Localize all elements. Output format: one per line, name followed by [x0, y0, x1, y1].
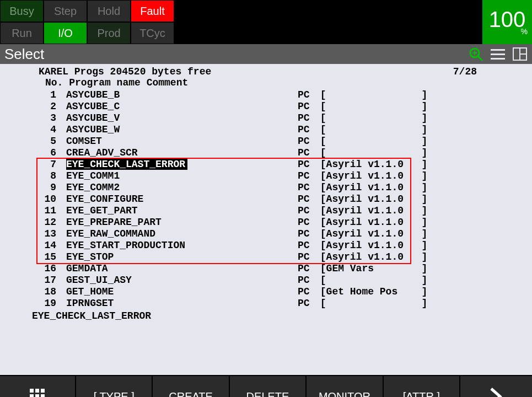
table-row[interactable]: 1ASYCUBE_BPC [ ] [6, 89, 526, 101]
row-program-name: EYE_CONFIGURE [66, 194, 298, 205]
row-program-name: GEST_UI_ASY [66, 275, 298, 286]
table-row[interactable]: 18GET_HOMEPC [Get Home Pos ] [6, 286, 526, 298]
row-type: PC [298, 136, 314, 147]
table-row[interactable]: 5COMSETPC [ ] [6, 136, 526, 147]
row-type: PC [298, 240, 314, 251]
status-prod[interactable]: Prod [87, 22, 131, 44]
apps-button[interactable] [0, 376, 76, 397]
table-row[interactable]: 16GEMDATAPC [GEM Vars ] [6, 263, 526, 275]
table-row[interactable]: 7EYE_CHECK_LAST_ERRORPC [Asyril v1.1.0 ] [6, 159, 526, 170]
row-comment: [Get Home Pos ] [314, 286, 427, 298]
row-type: PC [298, 251, 314, 263]
row-comment: [ ] [314, 136, 427, 147]
row-comment: [Asyril v1.1.0 ] [314, 182, 427, 194]
table-row[interactable]: 3ASYCUBE_VPC [ ] [6, 112, 526, 124]
row-type: PC [298, 101, 314, 112]
row-number: 8 [6, 170, 66, 182]
svg-rect-4 [491, 49, 505, 51]
svg-line-1 [478, 56, 482, 61]
row-type: PC [298, 286, 314, 298]
table-row[interactable]: 15EYE_STOPPC [Asyril v1.1.0 ] [6, 251, 526, 263]
table-row[interactable]: 12EYE_PREPARE_PARTPC [Asyril v1.1.0 ] [6, 217, 526, 228]
row-type: PC [298, 263, 314, 275]
table-row[interactable]: 8EYE_COMM1PC [Asyril v1.1.0 ] [6, 170, 526, 182]
row-program-name: EYE_PREPARE_PART [66, 217, 298, 228]
row-program-name: CREA_ADV_SCR [66, 147, 298, 159]
row-number: 14 [6, 240, 66, 251]
table-row[interactable]: 6CREA_ADV_SCRPC [ ] [6, 147, 526, 159]
table-row[interactable]: 4ASYCUBE_WPC [ ] [6, 124, 526, 136]
row-number: 17 [6, 275, 66, 286]
row-comment: [ ] [314, 112, 427, 124]
row-type: PC [298, 275, 314, 286]
status-spacer [174, 0, 482, 44]
row-comment: [Asyril v1.1.0 ] [314, 194, 427, 205]
row-type: PC [298, 182, 314, 194]
row-program-name: EYE_CHECK_LAST_ERROR [66, 159, 298, 170]
type-button[interactable]: [ TYPE ] [76, 376, 153, 397]
row-program-name: EYE_STOP [66, 251, 298, 263]
table-row[interactable]: 19IPRNGSETPC [ ] [6, 298, 526, 309]
row-comment: [Asyril v1.1.0 ] [314, 240, 427, 251]
zoom-in-icon[interactable] [468, 46, 483, 62]
row-program-name: EYE_COMM1 [66, 170, 298, 182]
row-type: PC [298, 89, 314, 101]
monitor-button[interactable]: MONITOR [307, 376, 383, 397]
row-number: 12 [6, 217, 66, 228]
row-program-name: ASYCUBE_C [66, 101, 298, 112]
menu-icon[interactable] [490, 46, 506, 62]
title-bar: Select [0, 44, 532, 64]
status-step[interactable]: Step [44, 0, 87, 22]
program-list[interactable]: 1ASYCUBE_BPC [ ]2ASYCUBE_CPC [ ]3ASYCUBE… [6, 89, 526, 309]
row-number: 3 [6, 112, 66, 124]
attr-button[interactable]: [ATTR ] [384, 376, 460, 397]
page-title: Select [4, 46, 468, 63]
create-button[interactable]: CREATE [153, 376, 229, 397]
delete-button[interactable]: DELETE [230, 376, 307, 397]
row-type: PC [298, 217, 314, 228]
layout-icon[interactable] [512, 46, 528, 62]
table-row[interactable]: 14EYE_START_PRODUCTIONPC [Asyril v1.1.0 … [6, 240, 526, 251]
row-number: 19 [6, 298, 66, 309]
chevron-right-icon [488, 385, 504, 397]
row-number: 6 [6, 147, 66, 159]
row-program-name: COMSET [66, 136, 298, 147]
row-comment: [ ] [314, 124, 427, 136]
row-comment: [Asyril v1.1.0 ] [314, 170, 427, 182]
action-bar: [ TYPE ] CREATE DELETE MONITOR [ATTR ] [0, 375, 532, 397]
status-hold[interactable]: Hold [87, 0, 131, 22]
row-comment: [ ] [314, 275, 427, 286]
status-fault[interactable]: Fault [131, 0, 174, 22]
row-type: PC [298, 298, 314, 309]
row-number: 10 [6, 194, 66, 205]
status-busy[interactable]: Busy [0, 0, 44, 22]
row-number: 15 [6, 251, 66, 263]
row-number: 5 [6, 136, 66, 147]
table-row[interactable]: 17GEST_UI_ASYPC [ ] [6, 275, 526, 286]
status-io[interactable]: I/O [44, 22, 87, 44]
svg-rect-11 [35, 389, 39, 393]
table-row[interactable]: 11EYE_GET_PARTPC [Asyril v1.1.0 ] [6, 205, 526, 217]
row-number: 7 [6, 159, 66, 170]
column-headers: No. Program name Comment [6, 77, 526, 88]
row-comment: [Asyril v1.1.0 ] [314, 251, 427, 263]
svg-rect-12 [41, 389, 45, 393]
grid-icon [29, 388, 46, 397]
table-row[interactable]: 13EYE_RAW_COMMANDPC [Asyril v1.1.0 ] [6, 228, 526, 240]
row-comment: [ ] [314, 89, 427, 101]
row-comment: [ ] [314, 298, 427, 309]
row-number: 11 [6, 205, 66, 217]
status-run[interactable]: Run [0, 22, 44, 44]
status-tcyc[interactable]: TCyc [131, 22, 174, 44]
table-row[interactable]: 2ASYCUBE_CPC [ ] [6, 101, 526, 112]
speed-indicator[interactable]: 100 % [482, 0, 532, 44]
row-program-name: EYE_START_PRODUCTION [66, 240, 298, 251]
row-type: PC [298, 124, 314, 136]
table-row[interactable]: 9EYE_COMM2PC [Asyril v1.1.0 ] [6, 182, 526, 194]
row-type: PC [298, 205, 314, 217]
row-comment: [Asyril v1.1.0 ] [314, 217, 427, 228]
row-program-name: ASYCUBE_V [66, 112, 298, 124]
next-button[interactable] [460, 376, 532, 397]
row-program-name: GEMDATA [66, 263, 298, 275]
table-row[interactable]: 10EYE_CONFIGUREPC [Asyril v1.1.0 ] [6, 194, 526, 205]
